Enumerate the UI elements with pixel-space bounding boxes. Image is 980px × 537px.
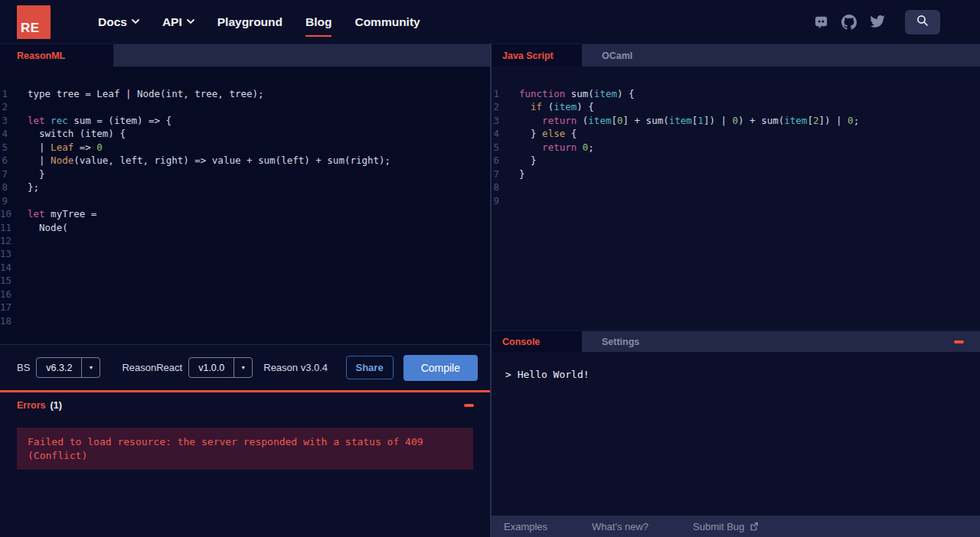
nav-item-blog[interactable]: Blog bbox=[305, 12, 332, 32]
strip-spacer bbox=[113, 44, 490, 67]
code-line: 5 | Leaf => 0 bbox=[0, 141, 490, 154]
code-line: 4 } else { bbox=[492, 127, 980, 140]
select-caret-icon: ▼ bbox=[81, 358, 100, 377]
nav-right bbox=[814, 10, 980, 34]
line-number: 4 bbox=[492, 127, 519, 140]
chevron-down-icon bbox=[187, 19, 194, 24]
collapse-errors-button[interactable] bbox=[464, 404, 474, 407]
search-icon bbox=[916, 15, 929, 30]
bs-version-select[interactable]: v6.3.2 ▼ bbox=[36, 357, 100, 378]
code-line: 6 } bbox=[492, 154, 980, 167]
bs-label: BS bbox=[17, 362, 30, 373]
code-line: 13 bbox=[0, 247, 490, 260]
reason-version-text: Reason v3.0.4 bbox=[263, 362, 328, 373]
line-number: 12 bbox=[0, 234, 28, 247]
nav-item-api[interactable]: API bbox=[162, 12, 194, 32]
console-panel-body: > Hello World! bbox=[492, 352, 980, 516]
line-number: 16 bbox=[0, 288, 28, 301]
line-number: 10 bbox=[0, 207, 28, 220]
code-line: 1function sum(item) { bbox=[492, 87, 980, 100]
collapse-console-button[interactable] bbox=[954, 331, 964, 352]
errors-panel-body: Failed to load resource: the server resp… bbox=[0, 418, 490, 537]
reason-react-version-select[interactable]: v1.0.0 ▼ bbox=[188, 357, 253, 378]
footer-link-examples[interactable]: Examples bbox=[504, 521, 547, 532]
external-link-icon bbox=[750, 522, 759, 531]
code-line: 9 bbox=[492, 194, 980, 207]
code-line: 6 | Node(value, left, right) => value + … bbox=[0, 154, 490, 167]
code-line: 2 bbox=[0, 100, 490, 113]
strip-spacer bbox=[642, 44, 980, 67]
code-line: 7 } bbox=[0, 168, 490, 181]
code-line: 17 bbox=[0, 301, 490, 314]
reason-pane: ReasonML 1type tree = Leaf | Node(int, t… bbox=[0, 44, 490, 537]
code-line: 8}; bbox=[0, 181, 490, 194]
reason-playground-app: RE Docs API Playground Blog Community bbox=[0, 0, 980, 537]
error-message: Failed to load resource: the server resp… bbox=[17, 428, 473, 470]
tab-label: Console bbox=[502, 337, 540, 347]
code-line: 1type tree = Leaf | Node(int, tree, tree… bbox=[0, 87, 490, 100]
line-number: 3 bbox=[492, 114, 519, 127]
code-line: 8 bbox=[492, 181, 980, 194]
line-number: 2 bbox=[492, 100, 519, 113]
line-number: 5 bbox=[492, 141, 519, 154]
reason-logo[interactable]: RE bbox=[17, 5, 51, 39]
line-number: 1 bbox=[492, 87, 519, 100]
line-number: 9 bbox=[492, 194, 519, 207]
compile-toolbar: BS v6.3.2 ▼ ReasonReact v1.0.0 ▼ Reason … bbox=[0, 344, 490, 390]
discord-icon[interactable] bbox=[814, 15, 828, 29]
line-number: 13 bbox=[0, 247, 28, 260]
tab-label: Java Script bbox=[502, 50, 554, 61]
nav-item-label: Community bbox=[354, 15, 420, 29]
github-icon[interactable] bbox=[841, 15, 857, 30]
tab-console[interactable]: Console bbox=[492, 331, 582, 352]
reason-react-version-value: v1.0.0 bbox=[189, 363, 234, 373]
nav-item-playground[interactable]: Playground bbox=[217, 12, 283, 32]
tab-label: ReasonML bbox=[17, 50, 65, 61]
line-number: 1 bbox=[0, 87, 28, 100]
line-number: 8 bbox=[492, 181, 519, 194]
bs-version-value: v6.3.2 bbox=[37, 363, 81, 373]
code-line: 14 bbox=[0, 261, 490, 274]
line-number: 11 bbox=[0, 221, 28, 234]
reason-code-editor[interactable]: 1type tree = Leaf | Node(int, tree, tree… bbox=[0, 67, 490, 344]
tab-errors[interactable]: Errors bbox=[0, 400, 46, 411]
tab-reasonml[interactable]: ReasonML bbox=[0, 44, 113, 67]
code-line: 12 bbox=[0, 234, 490, 247]
line-number: 8 bbox=[0, 181, 28, 194]
logo-text: RE bbox=[17, 21, 40, 39]
code-line: 10let myTree = bbox=[0, 207, 490, 220]
tab-settings[interactable]: Settings bbox=[593, 331, 648, 352]
footer-link-submit-bug[interactable]: Submit Bug bbox=[693, 521, 759, 532]
reason-tab-strip: ReasonML bbox=[0, 44, 490, 67]
code-line: 18 bbox=[0, 314, 490, 327]
reason-react-label: ReasonReact bbox=[122, 362, 182, 373]
top-nav: RE Docs API Playground Blog Community bbox=[0, 0, 980, 44]
tab-label: OCaml bbox=[602, 50, 632, 61]
social-icons bbox=[814, 15, 885, 30]
line-number: 6 bbox=[0, 154, 28, 167]
nav-item-label: Docs bbox=[98, 15, 127, 29]
javascript-output-editor[interactable]: 1function sum(item) {2 if (item) {3 retu… bbox=[492, 67, 980, 330]
twitter-icon[interactable] bbox=[870, 15, 885, 28]
search-button[interactable] bbox=[905, 10, 940, 34]
compile-button[interactable]: Compile bbox=[403, 355, 478, 381]
line-number: 9 bbox=[0, 194, 28, 207]
footer-label: Examples bbox=[504, 521, 547, 532]
share-button[interactable]: Share bbox=[346, 356, 394, 379]
line-number: 14 bbox=[0, 261, 28, 274]
nav-item-docs[interactable]: Docs bbox=[98, 12, 139, 32]
line-number: 18 bbox=[0, 314, 28, 327]
footer-link-whats-new[interactable]: What's new? bbox=[592, 521, 648, 532]
footer-label: What's new? bbox=[592, 521, 648, 532]
code-line: 3let rec sum = (item) => { bbox=[0, 114, 490, 127]
line-number: 4 bbox=[0, 127, 28, 140]
tab-label: Settings bbox=[602, 337, 639, 347]
line-number: 15 bbox=[0, 274, 28, 287]
line-number: 17 bbox=[0, 301, 28, 314]
nav-item-community[interactable]: Community bbox=[354, 12, 420, 32]
nav-item-label: API bbox=[162, 15, 182, 29]
tab-ocaml[interactable]: OCaml bbox=[593, 44, 642, 67]
output-pane: Java Script OCaml 1function sum(item) {2… bbox=[490, 44, 980, 537]
tab-javascript[interactable]: Java Script bbox=[492, 44, 582, 67]
code-line: 3 return (item[0] + sum(item[1]) | 0) + … bbox=[492, 114, 980, 127]
